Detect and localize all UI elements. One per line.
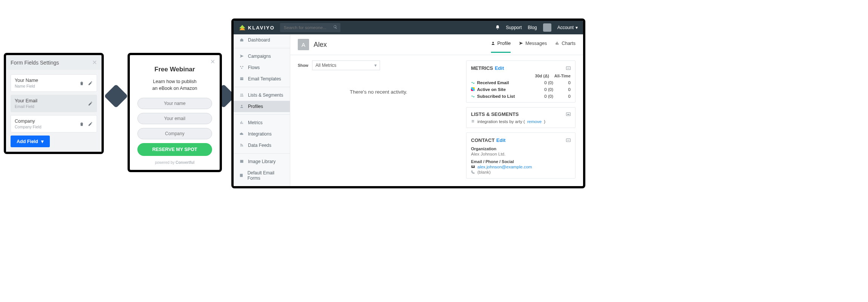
phone-icon (471, 170, 475, 174)
sidebar-label: Campaigns (248, 54, 271, 59)
col-alltime: All-Time (554, 74, 571, 78)
reserve-button[interactable]: RESERVE MY SPOT (137, 143, 212, 156)
cloud-icon (239, 131, 244, 137)
eps-label: Email / Phone / Social (471, 159, 571, 164)
chart-icon (239, 120, 244, 125)
settings-title: Form Fields Settings (11, 60, 59, 66)
support-link[interactable]: Support (506, 25, 522, 30)
list-item: integration tests by arty (remove) (471, 119, 571, 124)
form-fields-settings-panel: Form Fields Settings ✕ Your Name Name Fi… (4, 53, 104, 154)
sidebar-item-flows[interactable]: Flows (234, 62, 290, 73)
settings-header: Form Fields Settings ✕ (6, 55, 102, 70)
field-row[interactable]: Your Email Email Field (11, 95, 97, 112)
sidebar-divider (234, 87, 290, 87)
profile-avatar: A (298, 39, 309, 50)
tab-profile[interactable]: Profile (491, 41, 511, 48)
card-title: LISTS & SEGMENTS (471, 111, 519, 117)
template-icon (239, 76, 244, 82)
edit-link[interactable]: Edit (496, 137, 506, 143)
top-bar: KLAVIYO Support Blog Account ▾ (234, 21, 583, 34)
brand-name: KLAVIYO (248, 25, 275, 31)
org-value: Alex Johnson Ltd. (471, 152, 571, 156)
dropdown-value: All Metrics (315, 63, 336, 68)
lists-segments-card: LISTS & SEGMENTS integration tests by ar… (466, 107, 576, 128)
sidebar-label: Data Feeds (248, 143, 271, 148)
chevron-down-icon: ▾ (41, 139, 44, 144)
edit-icon[interactable] (88, 100, 93, 107)
metrics-dropdown[interactable]: All Metrics ▾ (312, 60, 380, 70)
blog-link[interactable]: Blog (528, 25, 537, 30)
collapse-icon[interactable] (566, 112, 571, 116)
field-row[interactable]: Your Name Name Field (11, 74, 97, 92)
sidebar-item-profiles[interactable]: Profiles (234, 101, 290, 112)
sidebar-item-metrics[interactable]: Metrics (234, 117, 290, 128)
klaviyo-app: KLAVIYO Support Blog Account ▾ Dashboard… (231, 18, 585, 188)
org-label: Organization (471, 146, 571, 151)
search-icon[interactable] (333, 25, 337, 29)
people-icon (239, 92, 244, 98)
metric-row: Received Email0 (0)0 (471, 80, 571, 85)
field-sub: Company Field (15, 125, 42, 129)
add-field-button[interactable]: Add Field ▾ (11, 136, 50, 147)
sidebar-label: Email Templates (248, 76, 281, 82)
collapse-icon[interactable] (566, 66, 571, 70)
profile-name: Alex (314, 41, 327, 49)
brand-logo[interactable]: KLAVIYO (239, 25, 275, 31)
avatar[interactable] (543, 23, 551, 32)
sidebar-item-lists-segments[interactable]: Lists & Segments (234, 89, 290, 101)
account-menu[interactable]: Account ▾ (557, 25, 578, 30)
person-icon (491, 41, 495, 46)
name-input[interactable] (137, 98, 212, 109)
email-link[interactable]: alex.johnson@example.com (477, 165, 532, 169)
sidebar-label: Dashboard (248, 37, 270, 43)
sidebar: DashboardCampaignsFlowsEmail TemplatesLi… (234, 34, 290, 186)
sidebar-item-data-feeds[interactable]: Data Feeds (234, 140, 290, 151)
sidebar-item-folders[interactable]: Folders (234, 184, 290, 186)
field-sub: Email Field (15, 104, 37, 109)
close-icon[interactable]: ✕ (210, 58, 215, 65)
show-label: Show (298, 63, 308, 68)
sidebar-item-image-library[interactable]: Image Library (234, 156, 290, 167)
edit-link[interactable]: Edit (495, 65, 504, 71)
metric-name: Active on Site (477, 87, 536, 92)
metric-name: Subscribed to List (477, 94, 536, 99)
diamond-decoration (104, 84, 128, 108)
company-input[interactable] (137, 128, 212, 139)
sidebar-item-campaigns[interactable]: Campaigns (234, 51, 290, 62)
metric-row: Active on Site0 (0)0 (471, 87, 571, 92)
collapse-icon[interactable] (566, 139, 571, 142)
send-icon (239, 54, 244, 59)
tab-messages[interactable]: Messages (519, 41, 547, 48)
add-field-label: Add Field (17, 139, 38, 144)
sidebar-item-email-templates[interactable]: Email Templates (234, 73, 290, 85)
sidebar-item-default-email-forms[interactable]: Default Email Forms (234, 167, 290, 184)
dashboard-icon (239, 37, 244, 43)
activity-icon (471, 87, 475, 91)
sidebar-label: Profiles (248, 104, 263, 109)
wave-icon (471, 80, 475, 85)
sidebar-label: Image Library (248, 159, 275, 164)
field-row[interactable]: Company Company Field (11, 115, 97, 133)
col-30d: 30d (Δ) (535, 74, 549, 78)
chart-icon (555, 41, 559, 46)
bell-icon[interactable] (495, 25, 500, 30)
search-input[interactable] (280, 23, 340, 32)
close-icon[interactable]: ✕ (92, 59, 97, 66)
edit-icon[interactable] (88, 120, 93, 127)
field-label: Company (15, 119, 42, 124)
remove-link[interactable]: remove (527, 119, 542, 124)
tab-label: Charts (562, 41, 576, 46)
edit-icon[interactable] (88, 80, 93, 86)
sidebar-label: Flows (248, 65, 260, 70)
sidebar-item-integrations[interactable]: Integrations (234, 128, 290, 140)
card-title: METRICS (471, 65, 493, 71)
email-input[interactable] (137, 113, 212, 124)
sidebar-divider (234, 48, 290, 48)
trash-icon[interactable] (79, 80, 84, 86)
image-icon (239, 159, 244, 164)
sidebar-item-dashboard[interactable]: Dashboard (234, 34, 290, 46)
trash-icon[interactable] (79, 120, 84, 127)
metric-name: Received Email (477, 80, 536, 85)
tab-label: Profile (497, 41, 511, 46)
tab-charts[interactable]: Charts (555, 41, 576, 48)
